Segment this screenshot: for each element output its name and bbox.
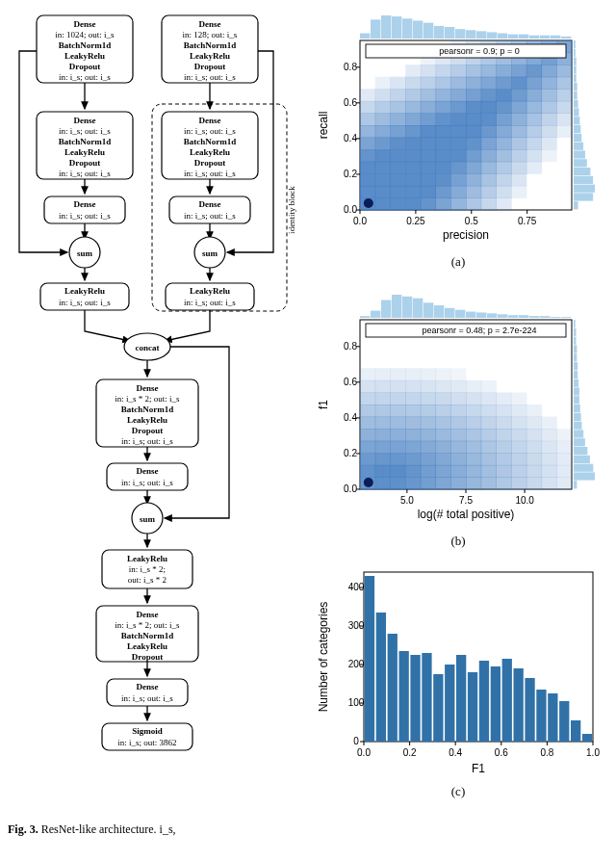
svg-rect-486: [574, 472, 595, 480]
svg-rect-243: [542, 113, 557, 125]
svg-rect-489: [574, 447, 587, 455]
svg-rect-218: [511, 162, 526, 174]
svg-rect-374: [436, 453, 451, 465]
svg-rect-354: [405, 453, 421, 465]
svg-rect-324: [360, 453, 375, 465]
svg-rect-313: [574, 100, 578, 108]
svg-rect-229: [526, 162, 542, 174]
svg-text:in: i_s; out: i_s: in: i_s; out: i_s: [121, 478, 173, 487]
block-4: Dense in: i_s * 2; out: i_s BatchNorm1d …: [96, 606, 198, 662]
svg-rect-405: [481, 429, 497, 441]
svg-rect-499: [574, 362, 578, 370]
svg-rect-501: [574, 345, 577, 352]
svg-text:in: i_s; out: i_s: in: i_s; out: i_s: [184, 298, 236, 307]
svg-rect-400: [466, 380, 481, 393]
svg-text:log(# total positive): log(# total positive): [418, 508, 515, 521]
svg-text:200: 200: [348, 659, 365, 669]
svg-rect-434: [542, 465, 557, 478]
svg-rect-350: [390, 380, 405, 393]
svg-rect-147: [436, 197, 451, 210]
svg-rect-288: [434, 26, 444, 39]
svg-text:LeakyRelu: LeakyRelu: [190, 51, 230, 61]
svg-rect-393: [466, 465, 481, 478]
svg-rect-185: [466, 65, 481, 77]
svg-text:Dropout: Dropout: [194, 158, 225, 168]
chart-b-caption: (b): [314, 534, 603, 549]
svg-rect-169: [450, 89, 466, 101]
svg-text:Dense: Dense: [199, 199, 221, 209]
svg-rect-515: [468, 672, 477, 742]
svg-rect-335: [375, 441, 391, 454]
svg-rect-473: [445, 308, 454, 318]
svg-text:BatchNorm1d: BatchNorm1d: [121, 404, 174, 414]
svg-rect-120: [390, 89, 405, 101]
svg-rect-307: [574, 150, 585, 158]
svg-rect-356: [405, 429, 421, 441]
svg-rect-380: [436, 380, 451, 393]
svg-rect-150: [436, 162, 451, 174]
svg-text:F1: F1: [472, 762, 485, 775]
svg-rect-308: [574, 143, 583, 150]
svg-rect-205: [496, 162, 511, 174]
svg-rect-254: [556, 77, 572, 90]
svg-rect-431: [526, 417, 542, 430]
svg-rect-206: [496, 149, 511, 162]
block-dense-right-small: Dense in: i_s; out: i_s: [169, 196, 250, 223]
leaky-left: LeakyRelu in: i_s; out: i_s: [40, 283, 129, 310]
svg-rect-325: [360, 441, 375, 454]
svg-rect-166: [450, 125, 466, 138]
svg-rect-298: [540, 36, 550, 39]
svg-rect-401: [481, 477, 497, 489]
svg-rect-520: [525, 678, 534, 742]
svg-rect-302: [574, 193, 593, 200]
svg-rect-294: [498, 34, 507, 39]
svg-rect-240: [542, 149, 557, 162]
svg-rect-165: [450, 138, 466, 150]
svg-rect-153: [436, 125, 451, 138]
svg-text:in: i_s; out: i_s: in: i_s; out: i_s: [121, 693, 173, 703]
svg-rect-289: [445, 27, 454, 39]
svg-rect-156: [436, 89, 451, 101]
svg-text:0.2: 0.2: [403, 747, 417, 758]
svg-rect-479: [508, 315, 518, 318]
svg-rect-318: [574, 58, 577, 65]
svg-text:BatchNorm1d: BatchNorm1d: [121, 631, 174, 640]
block-small-dense-2: Dense in: i_s; out: i_s: [107, 463, 188, 490]
svg-rect-517: [491, 666, 500, 742]
svg-rect-91: [360, 186, 375, 198]
svg-rect-151: [436, 149, 451, 162]
svg-text:Number of categories: Number of categories: [317, 602, 330, 713]
svg-rect-523: [559, 701, 569, 742]
svg-rect-138: [421, 149, 436, 162]
svg-rect-217: [511, 173, 526, 186]
svg-rect-111: [390, 197, 405, 210]
svg-rect-197: [481, 89, 497, 101]
svg-rect-164: [450, 149, 466, 162]
svg-rect-130: [405, 101, 421, 114]
svg-rect-126: [405, 149, 421, 162]
svg-text:out: i_s * 2: out: i_s * 2: [128, 575, 167, 585]
svg-rect-518: [502, 659, 512, 742]
svg-rect-327: [360, 417, 375, 430]
svg-text:sum: sum: [202, 248, 218, 258]
svg-rect-141: [421, 113, 436, 125]
leaky-right: LeakyRelu in: i_s; out: i_s: [166, 283, 254, 310]
svg-rect-484: [561, 317, 571, 318]
svg-rect-323: [360, 465, 375, 478]
svg-rect-467: [381, 300, 391, 318]
svg-rect-117: [390, 125, 405, 138]
svg-rect-139: [421, 138, 436, 150]
svg-text:0.0: 0.0: [344, 204, 357, 215]
svg-rect-357: [405, 417, 421, 430]
svg-rect-115: [390, 149, 405, 162]
svg-text:BatchNorm1d: BatchNorm1d: [59, 40, 112, 50]
svg-rect-237: [526, 65, 542, 77]
svg-rect-158: [436, 65, 451, 77]
svg-text:in: i_s; out: i_s: in: i_s; out: i_s: [121, 436, 173, 446]
svg-rect-244: [542, 101, 557, 114]
svg-rect-511: [422, 653, 431, 742]
svg-rect-441: [556, 453, 572, 465]
svg-text:Dropout: Dropout: [69, 158, 100, 168]
svg-rect-253: [556, 89, 572, 101]
svg-rect-525: [582, 734, 592, 742]
